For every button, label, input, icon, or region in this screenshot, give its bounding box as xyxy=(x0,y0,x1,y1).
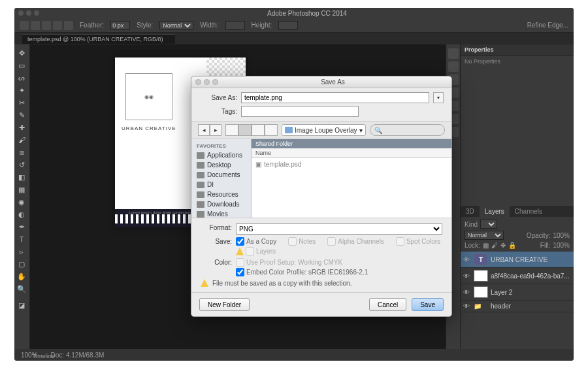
timeline-tab[interactable]: Timeline xyxy=(33,353,55,359)
style-select[interactable]: Normal xyxy=(159,21,193,30)
tab-layers[interactable]: Layers xyxy=(480,206,510,217)
pen-tool[interactable]: ✒ xyxy=(14,221,29,233)
marquee-col-icon[interactable] xyxy=(64,21,73,30)
marquee-rect-icon[interactable] xyxy=(31,21,40,30)
minimize-icon xyxy=(204,79,210,85)
style-label: Style: xyxy=(137,22,153,29)
sidebar-item-di[interactable]: DI xyxy=(191,180,251,190)
visibility-icon[interactable]: 👁 xyxy=(463,256,471,263)
crop-tool[interactable]: ✂ xyxy=(14,97,29,108)
history-dropdown-icon[interactable]: ▾ xyxy=(433,92,444,103)
right-panels: Properties No Properties 3D Layers Chann… xyxy=(460,44,574,349)
lock-transparency-icon[interactable]: ▦ xyxy=(483,242,489,249)
color-swatches[interactable]: ◪ xyxy=(14,299,29,311)
lock-pixels-icon[interactable]: 🖌 xyxy=(491,242,498,249)
layer-row[interactable]: 👁a8f48caa-ea9d-462a-ba7... xyxy=(461,268,574,284)
warning-icon xyxy=(201,279,208,287)
view-icon-button[interactable] xyxy=(225,124,238,136)
path-selector[interactable]: Image Loupe Overlay ▾ xyxy=(282,124,366,136)
lasso-tool[interactable]: ᔕ xyxy=(14,72,29,84)
document-tab[interactable]: template.psd @ 100% (URBAN CREATIVE, RGB… xyxy=(22,34,175,44)
alpha-checkbox xyxy=(327,237,336,246)
history-brush-tool[interactable]: ↺ xyxy=(14,159,29,171)
back-button[interactable]: ◂ xyxy=(198,124,210,136)
blur-tool[interactable]: ◉ xyxy=(14,196,29,208)
sidebar-item-documents[interactable]: Documents xyxy=(191,170,251,180)
dodge-tool[interactable]: ◐ xyxy=(14,208,29,220)
logo-artwork: ◉◉ xyxy=(125,73,172,120)
close-icon[interactable] xyxy=(195,79,201,85)
marquee-row-icon[interactable] xyxy=(53,21,62,30)
filename-input[interactable] xyxy=(241,92,429,103)
view-cover-button[interactable] xyxy=(265,124,278,136)
brush-tool[interactable]: 🖌 xyxy=(14,134,29,146)
lock-all-icon[interactable]: 🔒 xyxy=(508,242,516,249)
fill-value[interactable]: 100% xyxy=(553,242,570,249)
view-column-button[interactable] xyxy=(252,124,265,136)
shape-tool[interactable]: ▢ xyxy=(14,258,29,270)
column-name[interactable]: Name xyxy=(252,148,451,158)
marquee-tool[interactable]: ▭ xyxy=(14,59,29,71)
save-button[interactable]: Save xyxy=(412,298,444,311)
blend-mode-select[interactable]: Normal xyxy=(465,231,504,240)
wand-tool[interactable]: ✦ xyxy=(14,84,29,96)
history-panel-icon[interactable] xyxy=(448,48,459,59)
properties-tab[interactable]: Properties xyxy=(461,44,574,56)
lock-position-icon[interactable]: ✥ xyxy=(500,242,506,249)
folder-icon xyxy=(197,172,204,178)
visibility-icon[interactable]: 👁 xyxy=(463,289,471,296)
refine-edge-button[interactable]: Refine Edge... xyxy=(527,22,568,29)
layer-row[interactable]: 👁📁header xyxy=(461,301,574,312)
hand-tool[interactable]: ✋ xyxy=(14,271,29,282)
feather-input[interactable] xyxy=(110,21,130,30)
type-tool[interactable]: T xyxy=(14,233,29,245)
visibility-icon[interactable]: 👁 xyxy=(463,272,471,280)
height-input xyxy=(278,21,298,30)
move-tool[interactable]: ✥ xyxy=(14,47,29,59)
tab-channels[interactable]: Channels xyxy=(510,206,547,217)
proof-checkbox xyxy=(236,258,244,267)
sidebar-item-movies[interactable]: Movies xyxy=(191,209,251,219)
tab-3d[interactable]: 3D xyxy=(461,206,480,217)
folder-icon xyxy=(197,182,204,188)
stamp-tool[interactable]: ⧇ xyxy=(14,146,29,158)
search-icon: 🔍 xyxy=(374,127,382,134)
gradient-tool[interactable]: ▦ xyxy=(14,184,29,195)
zoom-tool[interactable]: 🔍 xyxy=(14,283,29,295)
sidebar-item-applications[interactable]: Applications xyxy=(191,150,251,160)
visibility-icon[interactable]: 👁 xyxy=(463,303,471,310)
cancel-button[interactable]: Cancel xyxy=(369,298,406,311)
color-panel-icon[interactable] xyxy=(448,61,459,72)
save-as-dialog: Save As Save As: ▾ Tags: ◂▸ Image Loupe … xyxy=(191,76,452,317)
view-list-button[interactable] xyxy=(238,124,252,136)
sidebar-item-desktop[interactable]: Desktop xyxy=(191,160,251,170)
notes-checkbox xyxy=(288,237,297,246)
file-item[interactable]: ▣template.psd xyxy=(255,161,448,168)
format-select[interactable]: PNG xyxy=(236,223,442,235)
opacity-value[interactable]: 100% xyxy=(553,232,570,239)
shared-folder-header: Shared Folder xyxy=(252,139,451,148)
forward-button[interactable]: ▸ xyxy=(210,124,221,136)
file-list-body[interactable]: ▣template.psd xyxy=(252,158,451,218)
new-folder-button[interactable]: New Folder xyxy=(199,298,250,311)
kind-label: Kind xyxy=(465,221,478,228)
traffic-lights[interactable] xyxy=(18,10,39,16)
doc-info[interactable]: Doc: 4.12M/68.3M xyxy=(51,352,105,359)
sidebar-item-downloads[interactable]: Downloads xyxy=(191,199,251,209)
layer-row[interactable]: 👁TURBAN CREATIVE xyxy=(461,252,574,268)
eyedropper-tool[interactable]: ✎ xyxy=(14,109,29,121)
heal-tool[interactable]: ✚ xyxy=(14,122,29,133)
layer-row[interactable]: 👁Layer 2 xyxy=(461,284,574,301)
search-field[interactable]: 🔍 xyxy=(370,124,445,136)
sidebar-item-resources[interactable]: Resources xyxy=(191,190,251,199)
marquee-ellipse-icon[interactable] xyxy=(42,21,51,30)
kind-filter[interactable] xyxy=(480,220,497,229)
embed-profile-checkbox[interactable] xyxy=(236,268,244,276)
as-copy-checkbox[interactable] xyxy=(236,237,244,246)
tool-preset-icon[interactable] xyxy=(20,21,29,30)
path-tool[interactable]: ▹ xyxy=(14,246,29,257)
eraser-tool[interactable]: ◧ xyxy=(14,171,29,183)
folder-icon xyxy=(197,162,204,169)
saveas-label: Save As: xyxy=(199,94,237,101)
tags-input[interactable] xyxy=(241,106,359,117)
